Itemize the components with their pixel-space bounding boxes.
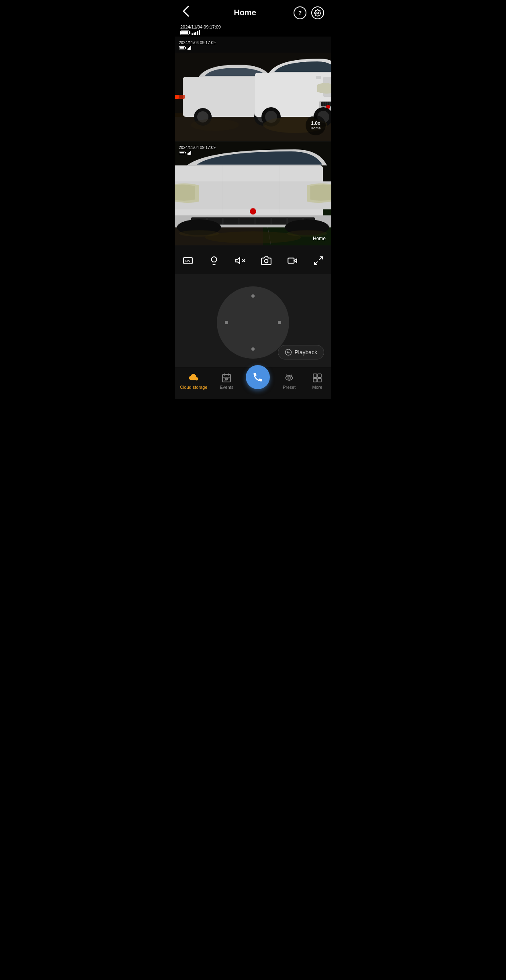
svg-rect-19 xyxy=(321,102,331,106)
status-bar: 2024/11/04 09:17:09 xyxy=(175,24,331,37)
joystick-down[interactable] xyxy=(251,347,255,351)
events-label: Events xyxy=(220,385,234,390)
device-status xyxy=(180,30,326,35)
battery-icon xyxy=(180,31,189,35)
call-button[interactable] xyxy=(246,365,270,389)
fullscreen-icon xyxy=(311,253,326,268)
controls-bar: HD xyxy=(175,245,331,274)
help-button[interactable]: ? xyxy=(294,6,306,19)
joystick-right[interactable] xyxy=(278,321,281,324)
timestamp-overlay-top: 2024/11/04 09:17:09 xyxy=(179,41,216,50)
svg-line-68 xyxy=(319,257,322,260)
joystick-up[interactable] xyxy=(251,294,255,298)
hd-button[interactable]: HD xyxy=(177,252,199,270)
overlay-signal-bottom xyxy=(187,151,191,155)
joystick-control[interactable] xyxy=(217,286,289,359)
svg-point-79 xyxy=(288,377,290,379)
svg-point-0 xyxy=(317,12,319,14)
svg-rect-66 xyxy=(288,258,294,263)
svg-point-65 xyxy=(264,259,268,263)
fullscreen-button[interactable] xyxy=(307,252,330,270)
svg-rect-31 xyxy=(175,95,179,99)
screenshot-button[interactable] xyxy=(255,252,277,270)
header: Home ? xyxy=(175,0,331,24)
preset-label: Preset xyxy=(283,385,296,390)
nav-events[interactable]: Events xyxy=(214,371,239,391)
back-button[interactable] xyxy=(182,5,196,20)
joystick-area: Playback xyxy=(175,274,331,367)
bottom-nav: Cloud storage Events xyxy=(175,367,331,399)
svg-point-56 xyxy=(205,231,301,243)
record-icon xyxy=(285,253,300,268)
mute-button[interactable] xyxy=(229,252,251,270)
overlay-battery-top xyxy=(179,46,185,49)
joystick-left[interactable] xyxy=(225,321,228,324)
video-feed-top[interactable]: 2024/11/04 09:17:09 1.0x Home xyxy=(175,37,331,141)
lightbulb-icon xyxy=(207,253,221,268)
svg-point-33 xyxy=(191,119,239,131)
timestamp-text-bottom: 2024/11/04 09:17:09 xyxy=(179,145,216,150)
zoom-value: 1.0x xyxy=(311,120,320,126)
overlay-signal-top xyxy=(187,46,191,50)
light-button[interactable] xyxy=(203,252,225,270)
events-icon xyxy=(221,373,232,383)
signal-icon xyxy=(192,30,200,35)
svg-marker-62 xyxy=(236,257,240,263)
playback-button[interactable]: Playback xyxy=(278,345,324,359)
zoom-sublabel: Home xyxy=(310,126,320,130)
svg-point-57 xyxy=(179,230,219,237)
nav-preset[interactable]: Preset xyxy=(277,371,301,391)
settings-button[interactable] xyxy=(311,6,324,19)
video-feed-bottom[interactable]: 2024/11/04 09:17:09 Home xyxy=(175,141,331,245)
svg-rect-83 xyxy=(318,378,321,382)
more-label: More xyxy=(312,385,322,390)
svg-rect-82 xyxy=(313,378,317,382)
page-title: Home xyxy=(234,8,256,17)
nav-cloud-storage[interactable]: Cloud storage xyxy=(177,371,211,391)
cloud-storage-label: Cloud storage xyxy=(180,385,208,390)
hd-icon: HD xyxy=(181,253,195,268)
svg-text:HD: HD xyxy=(185,259,190,263)
timestamp-overlay-bottom: 2024/11/04 09:17:09 xyxy=(179,145,216,155)
datetime-label: 2024/11/04 09:17:09 xyxy=(180,24,326,29)
zoom-indicator[interactable]: 1.0x Home xyxy=(306,115,326,135)
more-icon xyxy=(312,373,322,383)
camera-icon xyxy=(259,253,273,268)
svg-rect-29 xyxy=(316,76,321,79)
mute-icon xyxy=(233,253,247,268)
svg-rect-80 xyxy=(313,374,317,378)
nav-call xyxy=(243,372,273,391)
svg-rect-81 xyxy=(318,374,321,378)
playback-label: Playback xyxy=(294,349,317,355)
svg-point-40 xyxy=(250,208,256,214)
svg-line-69 xyxy=(314,261,318,265)
nav-more[interactable]: More xyxy=(305,371,329,391)
preset-icon xyxy=(284,373,294,383)
cloud-storage-icon xyxy=(188,373,199,383)
timestamp-text-top: 2024/11/04 09:17:09 xyxy=(179,41,216,45)
overlay-battery-bottom xyxy=(179,151,185,154)
record-button[interactable] xyxy=(281,252,304,270)
camera-home-label: Home xyxy=(313,236,326,241)
header-actions: ? xyxy=(294,6,324,19)
